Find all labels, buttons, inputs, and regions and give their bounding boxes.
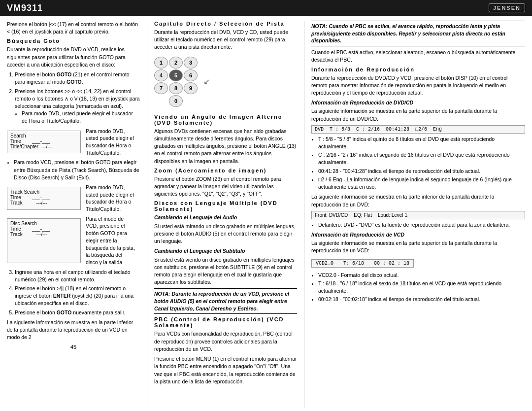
nota-vcd: NOTA: Durante la reproducción de un VCD,… [154, 288, 297, 314]
section-dvd-lower-text: La siguiente información se muestra en l… [311, 193, 525, 208]
search-box-2-row3: Track ---/--- [10, 200, 77, 206]
search-box-3-row1: Disc Search [10, 221, 77, 226]
steps-continued: Ingrese una hora en el campo utilizando … [7, 269, 140, 316]
section-pbc-heading: PBC (Control de Reproducción) (VCD Solam… [154, 316, 297, 328]
numpad-8[interactable]: 8 [169, 82, 183, 94]
section-capitulo-heading: Capítulo Directo / Selección de Pista [154, 21, 297, 27]
step-3: Ingrese una hora en el campo utilizando … [15, 269, 140, 283]
numpad-3[interactable]: 3 [184, 57, 198, 68]
vcd-time: 00 : 02 : 18 [374, 261, 409, 266]
search-box-1-row3: Title/Chapter ---/--- [10, 144, 77, 149]
vcd-bullet-3: 00:02:18 - "00:02:18" indica el tiempo d… [318, 296, 525, 303]
vcd-bullet-1: VCD2.0 - Formato del disco actual. [318, 272, 525, 279]
numpad-2[interactable]: 2 [169, 57, 183, 68]
dvd-status-bar: DVD T : 5/8 C : 2/16 00:41:28 □2/6 Eng [311, 125, 525, 134]
section-pbc-text2: Presione el botón MENÚ (1) en el control… [154, 355, 297, 385]
search-box-2-row1: Track Search [10, 189, 77, 195]
dvd-eng: Eng [433, 127, 442, 132]
front-bullets: Delantero: DVD - "DVD" es la fuente de r… [311, 221, 525, 229]
section-angulo-text: Algunos DVDs contienen escenas que han s… [154, 128, 297, 165]
vcd-bar: VCD2.0 T: 6/18 00 : 02 : 18 [311, 259, 414, 268]
step-1: Presione el botón GOTO (21) en el contro… [15, 71, 140, 86]
intro-text: Presione el botón |<< (17) en el control… [7, 21, 140, 35]
search-box-1-row1: Search [10, 133, 77, 138]
step-4: Presione el botón >/|| (18) en el contro… [15, 285, 140, 308]
page-title: VM9311 [7, 3, 43, 13]
steps-list: Presione el botón GOTO (21) en el contro… [7, 71, 140, 125]
col-divider-1 [147, 21, 147, 408]
step3-list: Para modo VCD, presione el botón GOTO pa… [7, 159, 140, 181]
section-audio-text: Si usted está mirando un disco grabado e… [154, 223, 297, 245]
numpad-7[interactable]: 7 [154, 82, 168, 94]
nota-pbc-top: NOTA: Cuando el PBC se activa, el avance… [311, 21, 525, 46]
numpad: 1 2 3 4 5 6 7 8 9 0 [154, 57, 198, 107]
dvd-bullet-2: C : 2/16 - "2 / 16" indica el segundo de… [318, 151, 525, 166]
numpad-9[interactable]: 9 [184, 82, 198, 94]
dvd-time: 00:41:28 [386, 127, 409, 132]
search-box-1-note: Para modo DVD, usted puede elegir el bus… [86, 128, 135, 157]
numpad-area: 1 2 3 4 5 6 7 8 9 0 ↙ [154, 54, 297, 110]
front-bar: Front: DVD/CD EQ: Flat Loud: Level 1 [311, 211, 525, 219]
step3-bullet: Para modo VCD, presione el botón GOTO pa… [14, 159, 140, 181]
dvd-chapter: C : 2/16 [356, 127, 380, 132]
dvd-title: T : 5/8 [330, 127, 350, 132]
left-column: Presione el botón |<< (17) en el control… [7, 21, 140, 408]
section-zoom-text: Presione el botón ZOOM (23) en el contro… [154, 175, 297, 198]
front-label: Front: DVD/CD [315, 212, 348, 218]
dvd-label: DVD [315, 127, 324, 132]
section-angulo-heading: Viendo un Ángulo de Imagen Alterno (DVD … [154, 114, 297, 126]
section-subtitulo-text: Si usted está viendo un disco grabado en… [154, 256, 297, 286]
main-content: Presione el botón |<< (17) en el control… [0, 16, 532, 411]
loud-label: Loud: Level 1 [378, 212, 407, 218]
subheading-audio: Cambiando el Lenguaje del Audio [154, 214, 297, 221]
page-header: VM9311 JENSEN [0, 0, 532, 16]
dvd-bullet-1: T : 5/8 - "5 / 8" indica el quinto de 8 … [318, 136, 525, 150]
section-vcd-text: La siguiente información se muestra en l… [311, 240, 525, 254]
section-lenguaje-heading: Discos con Lenguaje Múltiple (DVD Solame… [154, 200, 297, 212]
section-pbc-text1: Para VCDs con funcionalidad de reproducc… [154, 330, 297, 353]
dvd-bullet-4: □2 / 6 Eng - La información de lenguaje … [318, 176, 525, 191]
subheading-subtitulo: Cambiando el Lenguaje del Subtítulo [154, 247, 297, 255]
section-info-reprod-text: Durante la reproducción de DVD/CD y VCD,… [311, 74, 525, 97]
dvd-bullets: T : 5/8 - "5 / 8" indica el quinto de 8 … [311, 136, 525, 191]
search-box-3-note: Para el modo de VCD, presione el botón G… [86, 215, 135, 266]
step-2-bullet: Para modo DVD, usted puede elegir el bus… [22, 110, 140, 125]
numpad-0[interactable]: 0 [169, 95, 183, 107]
footer-text-left: La siguiente información se muestra en l… [7, 319, 140, 342]
vcd-track: T: 6/18 [343, 261, 364, 266]
section-busqueda-heading: Búsqueda Goto [7, 38, 140, 44]
step-2: Presione los botones >> o << (14, 22) en… [15, 88, 140, 125]
search-box-2-row2: Time ___-___ [10, 195, 77, 200]
vcd-format: VCD2.0 [316, 261, 333, 266]
search-box-2-note: Para modo DVD, usted puede elegir el bus… [86, 184, 135, 213]
section-info-reprod-heading: Información de Reproducción [311, 67, 525, 72]
search-box-1: Search Time ___-___ Title/Chapter ---/--… [7, 131, 81, 154]
dvd-lang: □2/6 [415, 127, 427, 132]
section-zoom-heading: Zoom (Acercamiento de imagen) [154, 168, 297, 173]
numpad-cursor-note: ↙ [203, 54, 210, 110]
brand-logo: JENSEN [489, 3, 525, 12]
col-divider-2 [304, 21, 304, 408]
section-dvdcd-text: La siguiente información se muestra en l… [311, 107, 525, 122]
search-box-3-row3: Track ---/--- [10, 232, 77, 237]
search-box-3-row2: Time ___-___ [10, 226, 77, 232]
vcd-bullet-2: T : 6/18 - "6 / 18" indica el sexto de 1… [318, 280, 525, 295]
eq-label: EQ: Flat [354, 212, 372, 218]
numpad-1[interactable]: 1 [154, 57, 168, 68]
section-dvdcd-heading: Información de Reproducción de DVD/CD [311, 99, 525, 106]
pbc-active-text: Cuando el PBC está activo, seleccionar a… [311, 49, 525, 64]
numpad-4[interactable]: 4 [154, 69, 168, 81]
middle-column: Capítulo Directo / Selección de Pista Du… [154, 21, 297, 408]
numpad-5[interactable]: 5 [169, 69, 183, 81]
section-capitulo-text: Durante la reproducción del DVD, VCD y C… [154, 29, 297, 51]
vcd-bullets: VCD2.0 - Formato del disco actual. T : 6… [311, 272, 525, 304]
front-bullet-1: Delantero: DVD - "DVD" es la fuente de r… [318, 221, 525, 229]
right-column: NOTA: Cuando el PBC se activa, el avance… [311, 21, 525, 408]
search-box-3: Disc Search Time ___-___ Track ---/--- [7, 218, 81, 263]
search-box-1-row2: Time ___-___ [10, 138, 77, 144]
section-busqueda-text: Durante la reproducción de DVD o VCD, re… [7, 46, 140, 68]
section-vcd-heading: Información de Reproducción de VCD [311, 231, 525, 239]
numpad-6[interactable]: 6 [184, 69, 198, 81]
page-number: 45 [7, 344, 140, 350]
step-5: Presione el botón GOTO nuevamente para s… [15, 309, 140, 316]
